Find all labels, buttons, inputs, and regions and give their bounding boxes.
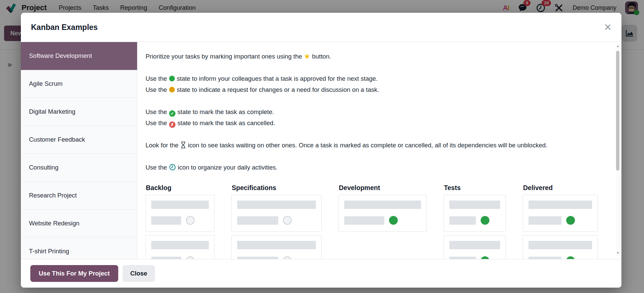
kanban-state-dot	[566, 216, 575, 225]
kanban-preview: Backlog Specifications Development	[146, 184, 608, 259]
line-star: Prioritize your tasks by marking importa…	[146, 51, 608, 62]
ghost-card	[444, 235, 506, 259]
hourglass-icon	[181, 142, 186, 148]
star-icon: ★	[304, 52, 311, 61]
sidebar-item-research-project[interactable]: Research Project	[21, 182, 137, 210]
scroll-up-icon[interactable]: ▲	[616, 44, 620, 48]
kanban-state-dot	[481, 216, 489, 225]
ghost-card	[444, 195, 506, 232]
close-button[interactable]: Close	[123, 265, 155, 282]
kanban-column-delivered: Delivered	[523, 184, 598, 259]
close-icon[interactable]: ×	[604, 21, 611, 33]
ghost-card	[523, 195, 598, 232]
sidebar-item-consulting[interactable]: Consulting	[21, 154, 137, 182]
scroll-down-icon[interactable]: ▼	[616, 251, 620, 255]
ghost-card	[146, 195, 215, 232]
dialog-footer: Use This For My Project Close	[21, 259, 621, 288]
line-waiting: Look for theicon to see tasks waiting on…	[146, 140, 608, 151]
clock-icon	[169, 164, 176, 171]
sidebar-item-customer-feedback[interactable]: Customer Feedback	[21, 126, 137, 154]
dialog-header: Kanban Examples ×	[21, 13, 621, 42]
line-approved-changes: Use thestate to inform your colleagues t…	[146, 73, 608, 95]
ghost-card	[231, 195, 322, 232]
kanban-state-dot	[186, 216, 195, 225]
done-state-icon: ✓	[169, 110, 175, 117]
kanban-state-dot	[283, 216, 292, 225]
example-description: Prioritize your tasks by marking importa…	[137, 42, 621, 259]
kanban-state-dot	[389, 216, 398, 225]
use-this-for-my-project-button[interactable]: Use This For My Project	[30, 265, 118, 282]
approved-state-icon	[169, 76, 175, 81]
line-planning: Use theicon to organize your daily activ…	[146, 162, 608, 173]
ghost-card	[339, 195, 427, 232]
line-complete-cancelled: Use the✓state to mark the task as comple…	[146, 106, 608, 129]
dialog-title: Kanban Examples	[31, 23, 98, 32]
sidebar-item-website-redesign[interactable]: Website Redesign	[21, 210, 137, 237]
screen: Project Projects Tasks Reporting Configu…	[0, 0, 644, 293]
cancelled-state-icon: ✗	[169, 121, 175, 128]
sidebar-item-tshirt-printing[interactable]: T-shirt Printing	[21, 237, 137, 259]
kanban-column-development: Development	[339, 184, 427, 259]
kanban-column-backlog: Backlog	[146, 184, 215, 259]
kanban-column-specifications: Specifications	[231, 184, 322, 259]
kanban-examples-dialog: Kanban Examples × Software Development A…	[21, 13, 621, 288]
dialog-body: Software Development Agile Scrum Digital…	[21, 42, 621, 259]
changes-requested-state-icon	[169, 87, 175, 93]
content-scrollbar[interactable]: ▲ ▼	[616, 43, 620, 256]
sidebar-item-digital-marketing[interactable]: Digital Marketing	[21, 98, 137, 126]
examples-sidebar: Software Development Agile Scrum Digital…	[21, 42, 137, 259]
scrollbar-thumb[interactable]	[616, 51, 619, 171]
ghost-card	[146, 235, 215, 259]
ghost-card	[231, 235, 322, 259]
sidebar-item-software-development[interactable]: Software Development	[21, 42, 137, 70]
ghost-card	[523, 235, 598, 259]
kanban-column-tests: Tests	[444, 184, 506, 259]
sidebar-item-agile-scrum[interactable]: Agile Scrum	[21, 70, 137, 98]
